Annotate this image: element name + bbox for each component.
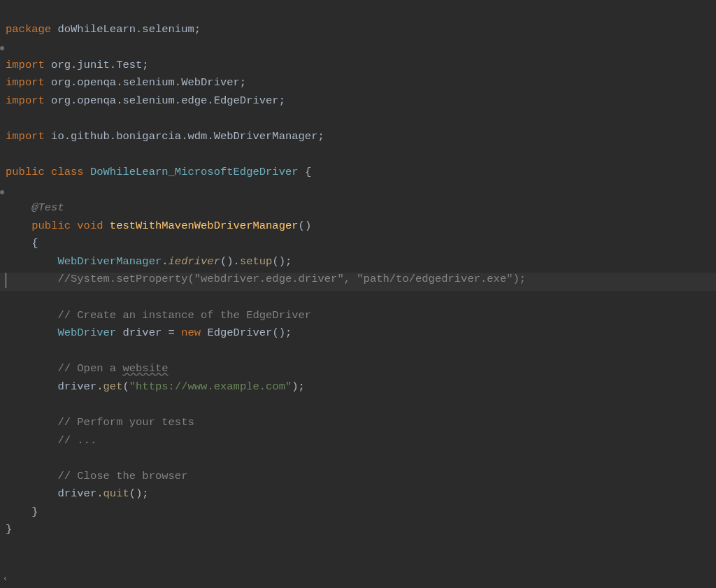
code-line: import org.openqa.selenium.WebDriver; bbox=[6, 76, 246, 89]
comment: // Close the browser bbox=[6, 470, 187, 482]
dot: . bbox=[162, 255, 168, 268]
import-path: org.junit.Test; bbox=[45, 59, 149, 71]
brace: { bbox=[6, 237, 38, 250]
gutter-marker bbox=[0, 190, 4, 194]
code-line: driver.get("https://www.example.com"); bbox=[6, 380, 305, 393]
paren: ); bbox=[292, 380, 305, 393]
keyword-class: class bbox=[45, 166, 84, 178]
scroll-left-indicator[interactable]: ‹ bbox=[3, 573, 8, 587]
method-call-iedriver: iedriver bbox=[169, 255, 220, 268]
code-line: //System.setProperty("webdriver.edge.dri… bbox=[6, 273, 526, 285]
variable: driver bbox=[116, 327, 162, 339]
code-line: // Open a website bbox=[6, 362, 169, 375]
keyword-import: import bbox=[6, 76, 45, 89]
keyword-import: import bbox=[6, 94, 45, 107]
parens: (); bbox=[129, 487, 149, 500]
code-line: WebDriver driver = new EdgeDriver(); bbox=[6, 327, 292, 339]
variable: driver bbox=[6, 487, 96, 500]
code-line: // Perform your tests bbox=[6, 416, 194, 429]
brace: } bbox=[6, 505, 38, 518]
code-line: import io.github.bonigarcia.wdm.WebDrive… bbox=[6, 130, 324, 143]
gutter-marker bbox=[0, 46, 4, 50]
code-line: package doWhileLearn.selenium; bbox=[6, 23, 201, 36]
parens: (); bbox=[272, 327, 292, 339]
constructor: EdgeDriver bbox=[201, 327, 272, 339]
string-literal: "https://www.example.com" bbox=[129, 380, 292, 393]
text-cursor bbox=[6, 273, 6, 288]
parens: () bbox=[299, 220, 312, 232]
code-line: // Create an instance of the EdgeDriver bbox=[6, 309, 311, 322]
parens: (). bbox=[220, 255, 240, 268]
method-call-quit: quit bbox=[103, 487, 129, 500]
code-line: public void testWithMavenWebDriverManage… bbox=[6, 220, 311, 232]
code-line: // ... bbox=[6, 434, 96, 447]
import-path: org.openqa.selenium.WebDriver; bbox=[45, 76, 246, 89]
import-path: org.openqa.selenium.edge.EdgeDriver; bbox=[45, 94, 285, 107]
comment-typo: website bbox=[122, 362, 168, 375]
comment: // Perform your tests bbox=[6, 416, 194, 429]
code-line: // Close the browser bbox=[6, 470, 187, 482]
method-call-setup: setup bbox=[240, 255, 273, 268]
equals: = bbox=[162, 327, 181, 339]
code-editor[interactable]: package doWhileLearn.selenium; import or… bbox=[0, 0, 716, 539]
comment: //System.setProperty("webdriver.edge.dri… bbox=[6, 273, 526, 285]
dot: . bbox=[96, 487, 103, 500]
type-reference: WebDriver bbox=[6, 327, 116, 339]
import-path: io.github.bonigarcia.wdm.WebDriverManage… bbox=[45, 130, 324, 143]
keyword-import: import bbox=[6, 59, 45, 71]
brace: { bbox=[299, 166, 312, 178]
code-line: { bbox=[6, 237, 38, 250]
keyword-public: public bbox=[6, 166, 45, 178]
class-name: DoWhileLearn_MicrosoftEdgeDriver bbox=[84, 166, 299, 178]
variable: driver bbox=[6, 380, 96, 393]
code-line: } bbox=[6, 505, 38, 518]
brace: } bbox=[6, 523, 12, 536]
code-line: public class DoWhileLearn_MicrosoftEdgeD… bbox=[6, 166, 311, 178]
annotation-test: @Test bbox=[6, 201, 64, 214]
code-line: } bbox=[6, 523, 12, 536]
keyword-public: public bbox=[6, 220, 71, 232]
code-line: @Test bbox=[6, 201, 64, 214]
keyword-void: void bbox=[71, 220, 103, 232]
method-declaration: testWithMavenWebDriverManager bbox=[103, 220, 299, 232]
keyword-new: new bbox=[181, 327, 201, 339]
package-path: doWhileLearn.selenium; bbox=[51, 23, 201, 36]
code-line: import org.openqa.selenium.edge.EdgeDriv… bbox=[6, 94, 285, 107]
keyword-import: import bbox=[6, 130, 45, 143]
comment: // Open a bbox=[6, 362, 122, 375]
comment: // ... bbox=[6, 434, 96, 447]
parens: (); bbox=[272, 255, 292, 268]
code-line: driver.quit(); bbox=[6, 487, 149, 500]
code-line: WebDriverManager.iedriver().setup(); bbox=[6, 255, 292, 268]
code-line: import org.junit.Test; bbox=[6, 59, 149, 71]
comment: // Create an instance of the EdgeDriver bbox=[6, 309, 311, 322]
method-call-get: get bbox=[103, 380, 123, 393]
dot: . bbox=[96, 380, 103, 393]
paren: ( bbox=[122, 380, 129, 393]
type-reference: WebDriverManager bbox=[6, 255, 162, 268]
keyword-package: package bbox=[6, 23, 51, 36]
